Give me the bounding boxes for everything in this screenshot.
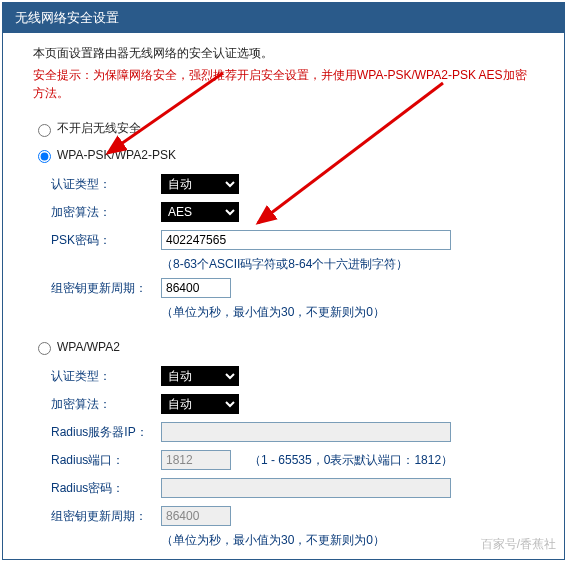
intro-text: 本页面设置路由器无线网络的安全认证选项。 <box>33 45 534 62</box>
wpapsk-rekey-input[interactable] <box>161 278 231 298</box>
window-frame: 无线网络安全设置 本页面设置路由器无线网络的安全认证选项。 安全提示：为保障网络… <box>2 2 565 560</box>
wpa-radius-port-label: Radius端口： <box>51 452 161 469</box>
wpa-auth-select[interactable]: 自动 <box>161 366 239 386</box>
radio-wpa-label: WPA/WPA2 <box>57 340 120 354</box>
wpa-enc-select[interactable]: 自动 <box>161 394 239 414</box>
wpapsk-rekey-hint: （单位为秒，最小值为30，不更新则为0） <box>161 303 534 321</box>
radio-wpapsk-input[interactable] <box>38 150 51 163</box>
radio-wpa[interactable]: WPA/WPA2 <box>33 339 534 355</box>
page-title: 无线网络安全设置 <box>15 10 119 25</box>
wpa-enc-label: 加密算法： <box>51 396 161 413</box>
wpa-radius-ip-input[interactable] <box>161 422 451 442</box>
wpa-radius-port-input[interactable] <box>161 450 231 470</box>
wpapsk-psk-input[interactable] <box>161 230 451 250</box>
wpa-radius-pw-label: Radius密码： <box>51 480 161 497</box>
radio-wpa-input[interactable] <box>38 342 51 355</box>
wpapsk-auth-label: 认证类型： <box>51 176 161 193</box>
content-area: 本页面设置路由器无线网络的安全认证选项。 安全提示：为保障网络安全，强烈推荐开启… <box>3 33 564 560</box>
wpapsk-psk-label: PSK密码： <box>51 232 161 249</box>
radio-wpapsk[interactable]: WPA-PSK/WPA2-PSK <box>33 147 534 163</box>
wpapsk-auth-select[interactable]: 自动 <box>161 174 239 194</box>
wpa-radius-pw-input[interactable] <box>161 478 451 498</box>
wpapsk-psk-hint: （8-63个ASCII码字符或8-64个十六进制字符） <box>161 255 534 273</box>
wpa-rekey-input[interactable] <box>161 506 231 526</box>
wpa-rekey-label: 组密钥更新周期： <box>51 508 161 525</box>
radio-disable-label: 不开启无线安全 <box>57 120 141 137</box>
radio-wpapsk-label: WPA-PSK/WPA2-PSK <box>57 148 176 162</box>
wpapsk-block: 认证类型： 自动 加密算法： AES PSK密码： （8-63个ASCII码字符… <box>51 171 534 321</box>
title-bar: 无线网络安全设置 <box>3 3 564 33</box>
radio-disable-input[interactable] <box>38 124 51 137</box>
wpa-radius-ip-label: Radius服务器IP： <box>51 424 161 441</box>
watermark: 百家号/香蕉社 <box>481 536 556 553</box>
wpapsk-enc-label: 加密算法： <box>51 204 161 221</box>
wpa-block: 认证类型： 自动 加密算法： 自动 Radius服务器IP： Radius端口：… <box>51 363 534 549</box>
warning-text: 安全提示：为保障网络安全，强烈推荐开启安全设置，并使用WPA-PSK/WPA2-… <box>33 66 534 102</box>
wpa-radius-port-hint: （1 - 65535，0表示默认端口：1812） <box>249 452 453 469</box>
radio-disable-security[interactable]: 不开启无线安全 <box>33 120 534 137</box>
wpapsk-rekey-label: 组密钥更新周期： <box>51 280 161 297</box>
wpa-rekey-hint: （单位为秒，最小值为30，不更新则为0） <box>161 531 534 549</box>
wpa-auth-label: 认证类型： <box>51 368 161 385</box>
wpapsk-enc-select[interactable]: AES <box>161 202 239 222</box>
